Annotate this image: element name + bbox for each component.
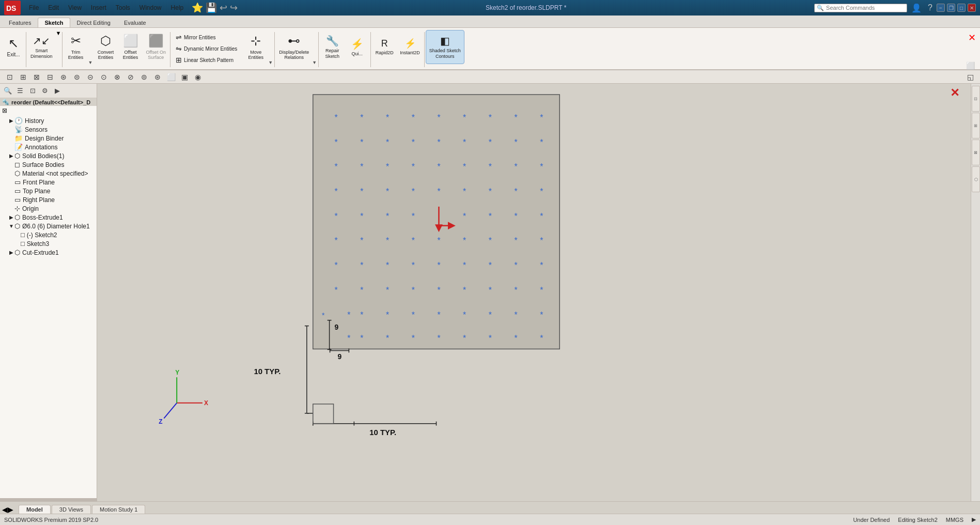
instant2d-button[interactable]: ⚡ Instant2D xyxy=(397,30,423,64)
dot: * xyxy=(540,138,543,147)
search-box[interactable]: 🔍 xyxy=(814,4,907,12)
rapid2d-button[interactable]: R Rapid2D xyxy=(372,30,397,64)
view-btn-1[interactable]: ⊡ xyxy=(4,71,15,83)
tree-config-btn[interactable]: ⚙ xyxy=(39,85,51,97)
dynamic-mirror-button[interactable]: ⇋ Dynamic Mirror Entities xyxy=(174,43,239,54)
tree-item-surface-bodies[interactable]: ◻ Surface Bodies xyxy=(0,160,97,169)
search-input[interactable] xyxy=(826,5,898,11)
menu-edit[interactable]: Edit xyxy=(44,3,63,12)
tab-features[interactable]: Features xyxy=(2,18,38,27)
shaded-sketch-button[interactable]: ◧ Shaded SketchContours xyxy=(426,30,464,64)
view-btn-3[interactable]: ⊠ xyxy=(31,71,42,83)
view-btn-7[interactable]: ⊝ xyxy=(85,71,96,83)
tree-item-front-plane[interactable]: ▭ Front Plane xyxy=(0,178,97,187)
dropdown-relations[interactable]: ▼ xyxy=(312,30,317,69)
tab-direct-editing[interactable]: Direct Editing xyxy=(70,18,117,27)
offset-entities-button[interactable]: ⬜ OffsetEntities xyxy=(118,30,143,64)
svg-text:*: * xyxy=(386,237,389,245)
tree-item-cut-extrude[interactable]: ▶ ⬡ Cut-Extrude1 xyxy=(0,248,97,257)
view-btn-11[interactable]: ⊚ xyxy=(138,71,150,83)
minimize-button[interactable]: − xyxy=(937,4,945,12)
maximize-button[interactable]: □ xyxy=(957,4,966,12)
tree-item-sketch2[interactable]: □ (-) Sketch2 xyxy=(0,230,97,239)
right-btn-3[interactable]: ⊠ xyxy=(972,140,980,165)
dropdown-trim[interactable]: ▼ xyxy=(88,30,94,69)
menu-tools[interactable]: Tools xyxy=(112,3,134,12)
menu-help[interactable]: Help xyxy=(167,3,188,12)
menu-view[interactable]: View xyxy=(64,3,86,12)
offset-surface-button[interactable]: ⬛ Offset OnSurface xyxy=(143,30,169,64)
linear-sketch-button[interactable]: ⊞ Linear Sketch Pattern xyxy=(174,55,239,65)
view-btn-4[interactable]: ⊟ xyxy=(44,71,56,83)
repair-sketch-button[interactable]: 🔧 RepairSketch xyxy=(320,30,345,64)
menu-insert[interactable]: Insert xyxy=(87,3,111,12)
view-btn-2[interactable]: ⊞ xyxy=(18,71,29,83)
sketch-close-button[interactable]: ✕ xyxy=(950,86,959,100)
quick-access-toolbar[interactable]: ⭐ 💾 ↩ ↪ xyxy=(192,2,238,13)
tree-view-btn[interactable]: ☰ xyxy=(14,85,26,97)
smart-dimension-button[interactable]: ↗↙ SmartDimension xyxy=(27,30,56,64)
tab-prev-btn[interactable]: ◀ xyxy=(2,505,8,514)
tab-model[interactable]: Model xyxy=(19,505,51,514)
help-icon[interactable]: ? xyxy=(928,3,932,12)
tree-more-btn[interactable]: ▶ xyxy=(52,85,63,97)
convert-entities-button[interactable]: ⬡ ConvertEntities xyxy=(94,30,118,64)
svg-text:*: * xyxy=(515,162,518,171)
tree-item-material[interactable]: ⬡ Material <not specified> xyxy=(0,169,97,178)
view-btn-5[interactable]: ⊛ xyxy=(58,71,69,83)
full-screen-btn[interactable]: ⬜ xyxy=(965,60,976,71)
layout-btn[interactable]: ◱ xyxy=(965,71,976,83)
view-btn-9[interactable]: ⊗ xyxy=(112,71,123,83)
tree-scroll-handle[interactable] xyxy=(0,498,97,501)
restore-button[interactable]: ❐ xyxy=(947,4,955,12)
right-btn-1[interactable]: ⊡ xyxy=(972,86,980,112)
view-btn-6[interactable]: ⊜ xyxy=(71,71,83,83)
tree-item-history[interactable]: ▶ 🕐 History xyxy=(0,116,97,125)
quick-snaps-button[interactable]: ⚡ Qui... xyxy=(345,30,369,64)
view-btn-15[interactable]: ◉ xyxy=(192,71,204,83)
tree-display-btn[interactable]: ⊡ xyxy=(27,85,38,97)
dropdown-move[interactable]: ▼ xyxy=(268,30,273,69)
tree-item-top-plane[interactable]: ▭ Top Plane xyxy=(0,187,97,195)
close-sketch-icon[interactable]: ✕ xyxy=(950,86,959,99)
right-btn-4[interactable]: ⬡ xyxy=(972,166,980,192)
tab-motion[interactable]: Motion Study 1 xyxy=(92,505,145,514)
tree-item-sketch3[interactable]: □ Sketch3 xyxy=(0,239,97,248)
view-btn-10[interactable]: ⊘ xyxy=(125,71,136,83)
tree-item-right-plane[interactable]: ▭ Right Plane xyxy=(0,195,97,204)
tree-item-origin[interactable]: ⊹ Origin xyxy=(0,204,97,213)
display-delete-button[interactable]: ⊷ Display/DeleteRelations xyxy=(276,30,312,64)
tab-3dviews[interactable]: 3D Views xyxy=(52,505,91,514)
history-label: History xyxy=(25,117,44,125)
tree-filter-row[interactable]: ⊠ xyxy=(0,106,97,115)
close-button[interactable]: ✕ xyxy=(968,4,976,12)
view-btn-13[interactable]: ⬜ xyxy=(165,71,177,83)
exit-sketch-button[interactable]: ↖ Exit... xyxy=(2,30,25,64)
view-btn-8[interactable]: ⊙ xyxy=(98,71,110,83)
view-btn-14[interactable]: ▣ xyxy=(179,71,190,83)
right-btn-2[interactable]: ⊞ xyxy=(972,113,980,138)
dot: * xyxy=(489,113,492,122)
canvas-area[interactable]: * * * * * * * * * * * * * * * * * * * * … xyxy=(97,84,971,501)
close-ribbon-button[interactable]: ✕ xyxy=(966,30,978,45)
tab-sketch[interactable]: Sketch xyxy=(38,18,70,27)
tree-filter-btn[interactable]: 🔍 xyxy=(2,85,13,97)
tree-item-design-binder[interactable]: 📁 Design Binder xyxy=(0,134,97,143)
tree-item-boss-extrude[interactable]: ▶ ⬡ Boss-Extrude1 xyxy=(0,213,97,222)
trim-entities-button[interactable]: ✂ TrimEntities xyxy=(64,30,88,64)
tree-item-hole-feature[interactable]: ▼ ⬡ Ø6.0 (6) Diameter Hole1 xyxy=(0,222,97,230)
expand-icon: ▶ xyxy=(8,214,14,220)
tree-item-sensors[interactable]: 📡 Sensors xyxy=(0,125,97,134)
mirror-entities-button[interactable]: ⇌ Mirror Entities xyxy=(174,32,239,42)
tree-item-solid-bodies[interactable]: ▶ ⬡ Solid Bodies(1) xyxy=(0,151,97,160)
menu-file[interactable]: File xyxy=(25,3,43,12)
tab-evaluate[interactable]: Evaluate xyxy=(117,18,153,27)
view-btn-12[interactable]: ⊛ xyxy=(152,71,163,83)
move-entities-button[interactable]: ⊹ MoveEntities xyxy=(243,30,268,64)
close-icon[interactable]: ✕ xyxy=(968,33,976,43)
menu-window[interactable]: Window xyxy=(135,3,166,12)
units-arrow[interactable]: ▶ xyxy=(972,516,976,523)
tab-next-btn[interactable]: ▶ xyxy=(8,505,13,514)
tree-item-annotations[interactable]: 📝 Annotations xyxy=(0,143,97,151)
dropdown-arrow-smart-dim[interactable]: ▼ xyxy=(56,30,61,69)
